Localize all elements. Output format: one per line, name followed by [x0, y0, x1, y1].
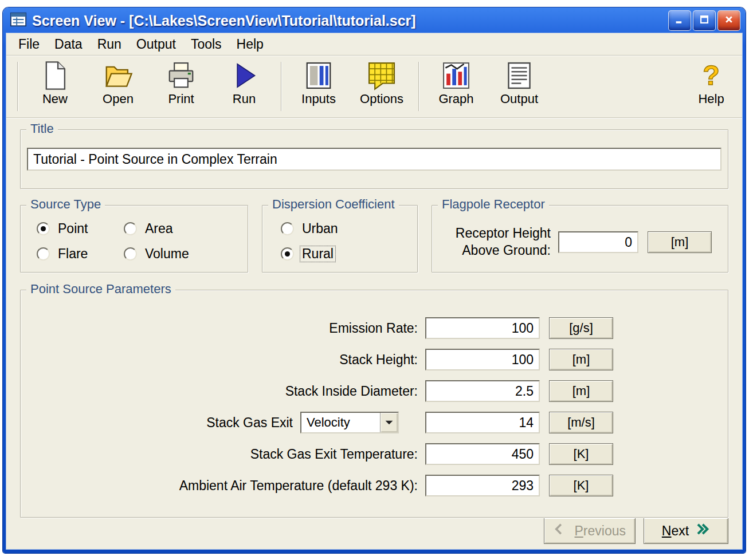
emission-rate-input[interactable]	[425, 317, 540, 339]
ambient-air-temperature-row: Ambient Air Temperature (default 293 K):…	[21, 474, 613, 497]
radio-flare-label[interactable]: Flare	[56, 246, 89, 262]
menu-file[interactable]: File	[11, 36, 47, 53]
menu-tools[interactable]: Tools	[183, 36, 229, 53]
receptor-height-label: Receptor Height Above Ground:	[456, 225, 551, 259]
radio-urban[interactable]: Urban	[281, 221, 417, 236]
flagpole-content: Receptor Height Above Ground: [m]	[432, 206, 728, 272]
stack-inside-diameter-input[interactable]	[425, 380, 540, 402]
toolbar-open-label: Open	[103, 92, 134, 107]
radio-volume-label[interactable]: Volume	[143, 246, 191, 262]
toolbar-new-button[interactable]: New	[23, 58, 87, 117]
toolbar-options-button[interactable]: Options	[350, 58, 413, 117]
app-icon[interactable]	[10, 11, 27, 30]
stack-height-unit-button[interactable]: [m]	[549, 349, 613, 370]
close-button[interactable]	[717, 10, 740, 31]
radio-flare-circle[interactable]	[37, 247, 50, 261]
menu-help[interactable]: Help	[229, 36, 271, 53]
open-folder-icon	[103, 60, 134, 91]
client-area: Title Source Type Point Area	[6, 118, 742, 550]
previous-button[interactable]: Previous	[544, 518, 636, 544]
toolbar-inputs-button[interactable]: Inputs	[287, 58, 350, 117]
window-frame: File Data Run Output Tools Help New	[6, 33, 743, 550]
radio-area[interactable]: Area	[124, 221, 221, 236]
toolbar-run-button[interactable]: Run	[213, 58, 276, 117]
stack-gas-exit-input[interactable]	[425, 412, 540, 433]
previous-button-label: Previous	[575, 523, 626, 539]
close-icon	[724, 15, 734, 26]
dropdown-selected-value: Velocity	[301, 413, 380, 432]
maximize-icon	[699, 15, 709, 26]
ambient-air-temperature-input[interactable]	[425, 475, 540, 496]
radio-rural-circle[interactable]	[281, 247, 294, 261]
stack-gas-exit-temperature-input[interactable]	[425, 443, 540, 465]
printer-icon	[166, 60, 197, 91]
stack-height-label: Stack Height:	[339, 352, 418, 368]
radio-rural[interactable]: Rural	[281, 246, 417, 262]
help-question-icon: ?	[699, 60, 724, 91]
radio-point-circle[interactable]	[37, 222, 50, 235]
toolbar-output-button[interactable]: Output	[488, 58, 551, 117]
toolbar-output-label: Output	[500, 92, 538, 107]
chevron-down-icon	[385, 417, 394, 428]
source-type-legend: Source Type	[26, 197, 105, 212]
app-window: Screen View - [C:\Lakes\ScreenView\Tutor…	[3, 7, 746, 553]
stack-inside-diameter-unit-button[interactable]: [m]	[549, 380, 613, 402]
output-document-icon	[504, 60, 535, 91]
toolbar-run-label: Run	[233, 92, 256, 107]
stack-height-input[interactable]	[425, 349, 540, 370]
title-groupbox-legend: Title	[26, 121, 58, 136]
parameters-rows: Emission Rate: [g/s] Stack Height: [m] S…	[21, 290, 728, 497]
toolbar-open-button[interactable]: Open	[87, 58, 150, 117]
run-triangle-icon	[229, 60, 260, 91]
emission-rate-unit-button[interactable]: [g/s]	[549, 317, 613, 339]
radio-area-label[interactable]: Area	[143, 221, 175, 236]
menu-run[interactable]: Run	[90, 36, 129, 53]
receptor-height-input[interactable]	[558, 231, 638, 253]
toolbar-help-button[interactable]: ? Help	[687, 58, 735, 117]
source-type-options: Point Area Flare Volume	[21, 206, 248, 262]
next-button[interactable]: Next	[644, 518, 728, 544]
radio-flare[interactable]: Flare	[37, 246, 124, 262]
toolbar: New Open	[6, 56, 742, 118]
maximize-button[interactable]	[693, 10, 716, 31]
radio-rural-label[interactable]: Rural	[300, 246, 335, 262]
radio-urban-label[interactable]: Urban	[300, 221, 340, 236]
radio-volume-circle[interactable]	[124, 247, 137, 261]
radio-volume[interactable]: Volume	[124, 246, 221, 262]
options-grid-icon	[366, 60, 397, 91]
menubar: File Data Run Output Tools Help	[6, 33, 742, 56]
toolbar-options-label: Options	[360, 92, 403, 107]
next-chevron-icon	[694, 522, 710, 539]
title-input[interactable]	[27, 148, 721, 171]
stack-gas-exit-unit-button[interactable]: [m/s]	[549, 412, 613, 433]
minimize-button[interactable]	[668, 10, 691, 31]
toolbar-help-label: Help	[698, 92, 724, 107]
radio-area-circle[interactable]	[124, 222, 137, 235]
menu-data[interactable]: Data	[47, 36, 90, 53]
stack-gas-exit-label: Stack Gas Exit	[206, 415, 293, 431]
menu-output[interactable]: Output	[129, 36, 183, 53]
stack-gas-exit-row: Stack Gas Exit Velocity [m/s]	[21, 411, 613, 434]
stack-gas-exit-mode-dropdown[interactable]: Velocity	[300, 412, 399, 433]
inputs-form-icon	[303, 60, 334, 91]
dispersion-groupbox: Dispersion Coefficient Urban Rural	[262, 205, 418, 273]
emission-rate-row: Emission Rate: [g/s]	[21, 317, 613, 340]
ambient-air-temperature-unit-button[interactable]: [K]	[549, 475, 613, 496]
point-source-parameters-groupbox: Point Source Parameters Emission Rate: […	[20, 290, 728, 518]
radio-point-label[interactable]: Point	[56, 221, 89, 236]
ambient-air-temperature-label: Ambient Air Temperature (default 293 K):	[179, 478, 418, 494]
radio-point[interactable]: Point	[37, 221, 124, 236]
title-groupbox: Title	[20, 129, 728, 189]
toolbar-graph-button[interactable]: Graph	[425, 58, 488, 117]
new-document-icon	[40, 60, 70, 91]
receptor-height-unit-button[interactable]: [m]	[648, 231, 712, 253]
flagpole-groupbox: Flagpole Receptor Receptor Height Above …	[432, 205, 728, 273]
window-title: Screen View - [C:\Lakes\ScreenView\Tutor…	[32, 13, 663, 29]
toolbar-print-button[interactable]: Print	[150, 58, 213, 117]
stack-gas-exit-temperature-unit-button[interactable]: [K]	[549, 443, 613, 465]
dropdown-arrow-button[interactable]	[380, 413, 398, 432]
titlebar[interactable]: Screen View - [C:\Lakes\ScreenView\Tutor…	[6, 7, 743, 33]
dispersion-options: Urban Rural	[262, 206, 417, 262]
stack-inside-diameter-row: Stack Inside Diameter: [m]	[21, 380, 613, 403]
radio-urban-circle[interactable]	[281, 222, 294, 235]
